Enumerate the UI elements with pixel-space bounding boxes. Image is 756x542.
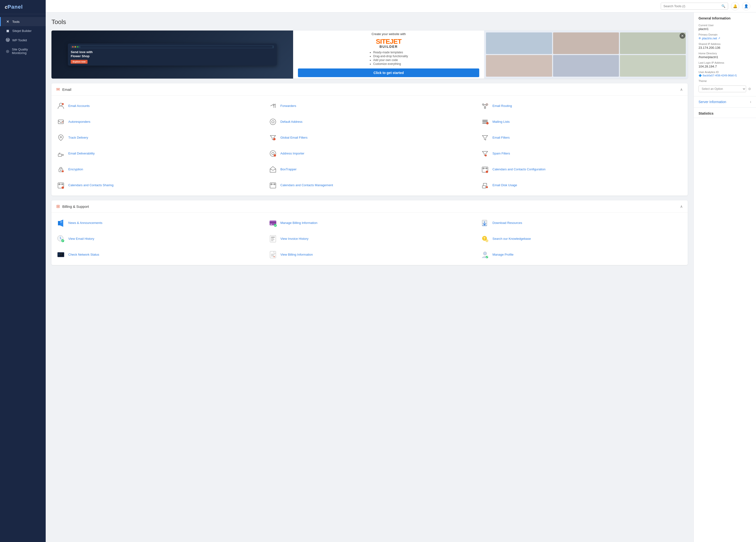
tool-calendars-sharing[interactable]: Calendars and Contacts Sharing [51, 177, 264, 193]
banner-close-button[interactable]: ✕ [680, 33, 685, 39]
tool-check-network-status[interactable]: Check Network Status [51, 247, 264, 263]
svg-rect-50 [482, 225, 487, 226]
email-section-header[interactable]: ✉ Email ∧ [51, 83, 688, 96]
sidebar-item-sitequality[interactable]: ◎ Site Quality Monitoring [0, 45, 46, 57]
svg-rect-55 [271, 238, 274, 239]
view-email-history-label: View Email History [68, 237, 94, 241]
svg-rect-67 [60, 254, 62, 255]
spam-filters-label: Spam Filters [492, 152, 510, 156]
svg-rect-38 [274, 183, 275, 185]
email-tool-grid: ! Email Accounts Forwarders [51, 96, 688, 196]
view-invoice-history-label: View Invoice History [280, 237, 309, 241]
last-login-label: Last Login IP Address [699, 61, 751, 64]
encryption-icon [56, 165, 65, 174]
tool-encryption[interactable]: Encryption [51, 162, 264, 177]
tool-calendars-mgmt[interactable]: Calendars and Contacts Management [264, 177, 476, 193]
email-section-icon: ✉ [56, 87, 60, 92]
primary-domain-link[interactable]: ⚙ plactrix.net ↗ [699, 37, 751, 40]
view-email-history-icon [56, 234, 65, 244]
theme-select[interactable]: Select an Option [699, 86, 746, 92]
tool-news-announcements[interactable]: News & Announcements [51, 215, 264, 231]
tool-download-resources[interactable]: Download Resources [476, 215, 688, 231]
thumb-2 [553, 32, 619, 54]
tool-calendars-config[interactable]: Calendars and Contacts Configuration [476, 162, 688, 177]
calendars-sharing-icon [56, 181, 65, 190]
svg-rect-29 [483, 168, 484, 169]
sitejet-sub: BUILDER [376, 45, 402, 48]
tool-address-importer[interactable]: Address Importer [264, 146, 476, 162]
email-section-toggle[interactable]: ∧ [680, 87, 683, 92]
svg-text:?: ? [483, 237, 485, 240]
search-bar[interactable]: 🔍 [661, 3, 728, 10]
svg-rect-66 [60, 254, 63, 254]
banner-cta-button[interactable]: Click to get started [298, 69, 479, 77]
analytics-label: User Analytics ID [699, 71, 751, 74]
email-filters-label: Email Filters [492, 136, 510, 140]
home-dir-value: /home/plactri1 [699, 55, 751, 59]
tool-boxtrapper[interactable]: BoxTrapper [264, 162, 476, 177]
sitejet-brand: SITEJET [376, 38, 402, 45]
tool-email-disk-usage[interactable]: Email Disk Usage [476, 177, 688, 193]
svg-rect-33 [59, 183, 60, 185]
search-input[interactable] [661, 3, 719, 9]
sidebar-item-wptoolkit[interactable]: Ⓦ WP Toolkit [0, 35, 46, 45]
server-info-section: Server Information › [694, 96, 756, 108]
tool-default-address[interactable]: Default Address [264, 114, 476, 130]
tool-forwarders[interactable]: Forwarders [264, 98, 476, 114]
tool-mailing-lists[interactable]: Mailing Lists [476, 114, 688, 130]
sidebar-item-tools[interactable]: ✕ Tools [0, 17, 46, 26]
svg-rect-7 [58, 120, 63, 124]
server-info-row[interactable]: Server Information › [694, 96, 756, 107]
user-button[interactable]: 👤 [742, 2, 750, 10]
svg-rect-54 [271, 237, 275, 238]
svg-rect-63 [59, 254, 59, 254]
calendars-sharing-label: Calendars and Contacts Sharing [68, 183, 113, 188]
tool-autoresponders[interactable]: Autoresponders [51, 114, 264, 130]
sidebar-item-tools-label: Tools [12, 20, 19, 24]
current-user-label: Current User [699, 24, 751, 27]
tool-manage-billing[interactable]: Manage Billing Information [264, 215, 476, 231]
boxtrapper-label: BoxTrapper [280, 168, 296, 172]
spam-filters-icon [480, 149, 490, 158]
tool-email-accounts[interactable]: ! Email Accounts [51, 98, 264, 114]
shared-ip-label: Shared IP Address [699, 43, 751, 45]
tool-manage-profile[interactable]: Manage Profile [476, 247, 688, 263]
feature-2: Drag-and-drop functionality [373, 55, 408, 58]
svg-point-5 [484, 107, 486, 109]
svg-rect-18 [58, 154, 62, 156]
last-login-value: 104.28.194.7 [699, 65, 751, 68]
billing-section-toggle[interactable]: ∧ [680, 204, 683, 209]
feature-3: Add your own code [373, 58, 408, 62]
billing-section: ⊞ Billing & Support ∧ [51, 200, 688, 265]
billing-section-header[interactable]: ⊞ Billing & Support ∧ [51, 200, 688, 213]
tool-view-billing-info[interactable]: View Billing Information [264, 247, 476, 263]
email-accounts-icon: ! [56, 101, 65, 111]
email-disk-usage-label: Email Disk Usage [492, 183, 517, 188]
tool-track-delivery[interactable]: Track Delivery [51, 130, 264, 146]
sitejet-icon: ◼ [6, 29, 10, 33]
svg-point-23 [485, 155, 487, 156]
svg-rect-11 [482, 121, 488, 122]
tool-email-deliverability[interactable]: Email Deliverability [51, 146, 264, 162]
tool-view-email-history[interactable]: View Email History [51, 231, 264, 247]
billing-section-icon: ⊞ [56, 204, 60, 209]
svg-rect-68 [60, 255, 63, 255]
notification-button[interactable]: 🔔 [731, 2, 739, 10]
svg-rect-39 [482, 186, 486, 188]
tool-spam-filters[interactable]: Spam Filters [476, 146, 688, 162]
sidebar-item-sitequality-label: Site Quality Monitoring [12, 48, 41, 55]
sidebar-item-sitejet[interactable]: ◼ Sitejet Builder [0, 26, 46, 35]
tool-email-filters[interactable]: Email Filters [476, 130, 688, 146]
search-button[interactable]: 🔍 [719, 3, 728, 9]
tool-email-routing[interactable]: Email Routing [476, 98, 688, 114]
svg-point-73 [483, 252, 487, 255]
banner-left: Send love with Flower Shop Explore now [51, 31, 293, 79]
search-knowledgebase-icon: ? [480, 234, 490, 244]
svg-rect-34 [62, 183, 63, 185]
billing-section-label: ⊞ Billing & Support [56, 204, 89, 209]
domain-spinner-icon: ⚙ [699, 37, 701, 40]
banner-right [484, 31, 688, 79]
tool-view-invoice-history[interactable]: View Invoice History [264, 231, 476, 247]
tool-search-knowledgebase[interactable]: ? Search our Knowledgebase [476, 231, 688, 247]
tool-global-email-filters[interactable]: Global Email Filters [264, 130, 476, 146]
